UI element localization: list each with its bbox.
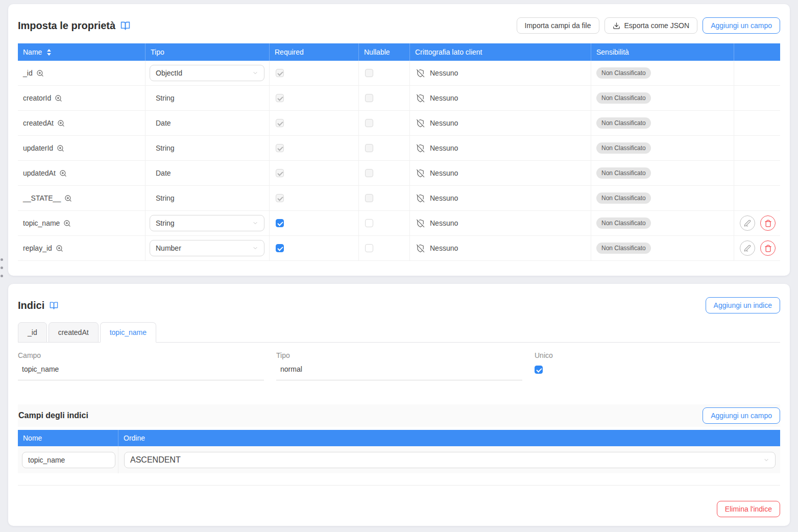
delete-index-label: Elimina l'indice: [725, 505, 772, 513]
nullable-checkbox: [365, 69, 373, 77]
campo-label: Campo: [18, 351, 264, 359]
import-fields-label: Importa campi da file: [525, 21, 591, 30]
export-json-label: Esporta come JSON: [624, 21, 690, 30]
shield-off-icon: [416, 119, 425, 128]
type-select[interactable]: ObjectId: [150, 65, 264, 81]
shield-off-icon: [416, 194, 425, 203]
tab-topic-name[interactable]: topic_name: [100, 322, 156, 343]
nullable-checkbox: [365, 169, 373, 177]
delete-field-button[interactable]: [760, 240, 776, 256]
drag-handle-dots[interactable]: [1, 258, 3, 277]
tab-id[interactable]: _id: [18, 322, 47, 343]
zoom-in-icon[interactable]: [63, 220, 71, 227]
sensitivity-badge: Non Classificato: [596, 92, 651, 104]
unico-checkbox[interactable]: [535, 366, 543, 374]
table-row: replay_id Number Nessuno Non Classificat…: [18, 236, 780, 261]
chevron-down-icon: [252, 70, 258, 76]
chevron-down-icon: [763, 457, 769, 463]
type-text: String: [150, 94, 175, 102]
tab-createdat[interactable]: createdAt: [49, 322, 99, 343]
properties-card-header: Imposta le proprietà Importa campi da fi…: [8, 4, 790, 34]
column-header-ordine: Ordine: [118, 430, 780, 446]
chevron-down-icon: [252, 245, 258, 251]
zoom-in-icon[interactable]: [57, 119, 65, 127]
index-fields-section-header: Campi degli indici Aggiungi un campo: [18, 404, 780, 427]
docs-book-icon[interactable]: [50, 301, 58, 310]
encryption-value: Nessuno: [430, 244, 458, 252]
required-checkbox: [276, 144, 284, 152]
column-header-name[interactable]: Name: [18, 43, 146, 61]
tipo-field: Tipo normal: [276, 351, 522, 380]
encryption-value: Nessuno: [430, 119, 458, 127]
nullable-checkbox: [365, 119, 373, 127]
import-fields-button[interactable]: Importa campi da file: [517, 17, 599, 34]
indexes-card-footer: Elimina l'indice: [18, 501, 780, 517]
sensitivity-badge: Non Classificato: [596, 117, 651, 129]
encryption-value: Nessuno: [430, 194, 458, 202]
index-fields-title: Campi degli indici: [18, 411, 88, 420]
index-field-order-select[interactable]: ASCENDENT: [124, 452, 776, 468]
zoom-in-icon[interactable]: [59, 170, 67, 177]
type-text: Date: [150, 119, 171, 127]
tipo-label: Tipo: [276, 351, 522, 359]
field-name: creatorId: [23, 94, 51, 102]
unico-field: Unico: [535, 351, 553, 380]
docs-book-icon[interactable]: [120, 21, 130, 31]
type-select[interactable]: String: [150, 215, 264, 231]
column-header-required: Required: [270, 43, 359, 61]
field-name: createdAt: [23, 119, 54, 127]
type-text: Date: [150, 169, 171, 177]
edit-field-button[interactable]: [740, 240, 755, 256]
zoom-in-icon[interactable]: [64, 195, 72, 202]
trash-icon: [764, 220, 772, 227]
pencil-icon: [744, 220, 751, 227]
properties-table: Name Tipo Required Nullable Crittografia…: [18, 43, 780, 261]
pencil-icon: [744, 245, 751, 252]
campo-input[interactable]: topic_name: [18, 365, 264, 380]
tipo-input[interactable]: normal: [276, 365, 522, 380]
shield-off-icon: [416, 244, 425, 253]
delete-index-button[interactable]: Elimina l'indice: [717, 501, 780, 517]
shield-off-icon: [416, 219, 425, 228]
type-text: String: [150, 194, 175, 202]
export-json-button[interactable]: Esporta come JSON: [604, 17, 698, 34]
nullable-checkbox[interactable]: [365, 244, 373, 252]
field-name: _id: [23, 69, 33, 77]
add-index-field-button[interactable]: Aggiungi un campo: [703, 407, 780, 424]
add-index-button[interactable]: Aggiungi un indice: [706, 297, 780, 313]
chevron-down-icon: [252, 220, 258, 226]
shield-off-icon: [416, 69, 425, 78]
required-checkbox: [276, 169, 284, 177]
unico-label: Unico: [535, 351, 553, 359]
edit-field-button[interactable]: [740, 215, 755, 231]
sensitivity-badge: Non Classificato: [596, 243, 651, 254]
type-select[interactable]: Number: [150, 240, 264, 256]
nullable-checkbox: [365, 144, 373, 152]
column-header-sensitivity: Sensibilità: [591, 43, 734, 61]
indexes-title-text: Indici: [18, 300, 44, 311]
field-name: __STATE__: [23, 194, 61, 202]
delete-field-button[interactable]: [760, 215, 776, 231]
zoom-in-icon[interactable]: [56, 245, 63, 252]
indexes-card: Indici Aggiungi un indice _id createdAt …: [8, 284, 790, 526]
required-checkbox[interactable]: [276, 219, 284, 227]
encryption-value: Nessuno: [430, 94, 458, 102]
shield-off-icon: [416, 94, 425, 103]
required-checkbox: [276, 94, 284, 102]
field-name: updaterId: [23, 144, 53, 152]
index-field-name-input[interactable]: [22, 452, 115, 468]
nullable-checkbox[interactable]: [365, 219, 373, 227]
table-row: __STATE__ String Nessuno Non Classificat…: [18, 186, 780, 211]
sensitivity-badge: Non Classificato: [596, 167, 651, 179]
encryption-value: Nessuno: [430, 219, 458, 227]
zoom-in-icon[interactable]: [57, 144, 64, 152]
required-checkbox[interactable]: [276, 244, 284, 252]
add-field-button[interactable]: Aggiungi un campo: [703, 17, 780, 34]
zoom-in-icon[interactable]: [36, 69, 44, 77]
column-header-nullable: Nullable: [359, 43, 410, 61]
add-index-field-label: Aggiungi un campo: [711, 412, 772, 420]
shield-off-icon: [416, 144, 425, 153]
zoom-in-icon[interactable]: [55, 94, 62, 102]
column-header-nome: Nome: [18, 430, 118, 446]
encryption-value: Nessuno: [430, 169, 458, 177]
